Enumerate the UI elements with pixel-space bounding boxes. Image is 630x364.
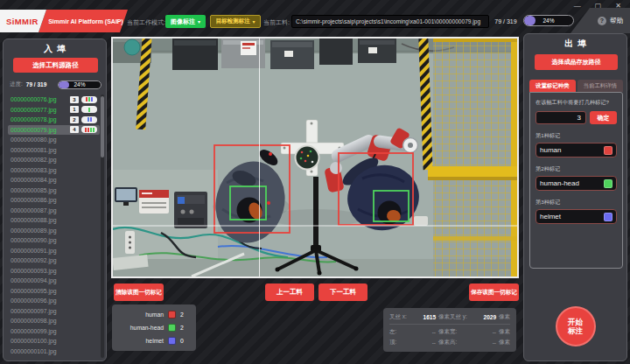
previous-file-button[interactable]: 上一工料 (265, 284, 314, 301)
file-list-item[interactable]: 00000000086.jpg (8, 195, 100, 206)
legend-count: 0 (180, 338, 191, 344)
mark-name-field[interactable]: human-head (536, 176, 617, 191)
mark-color-swatch[interactable] (604, 179, 612, 188)
mark-color-tick (85, 128, 87, 132)
coordinate-row: 叉丝 x:1615像素叉丝 y:2029像素 (389, 312, 510, 322)
coordinate-label: 叉丝 x: (389, 313, 407, 321)
output-panel: 出埠 选择成品存放路径 设置标记种类当前工料详情 在该幅工料中将要打几种标记? … (523, 33, 627, 361)
current-file-path-field[interactable]: C:\simmir-projects\saip\projects\s1\inco… (291, 15, 489, 28)
legend-count: 2 (180, 325, 191, 331)
mode-select-detection-annotation[interactable]: 目标检测标注 ▾ (210, 15, 261, 28)
mark-name-value: human-head (540, 179, 604, 187)
next-file-button[interactable]: 下一工料 (318, 284, 368, 301)
mark-colors-chip (81, 106, 97, 113)
file-list-item[interactable]: 00000000078.jpg2 (8, 115, 100, 125)
file-name: 00000000077.jpg (10, 107, 57, 113)
legend-class-label: helmet (117, 338, 164, 344)
file-name: 00000000091.jpg (10, 248, 57, 254)
legend-color-swatch (168, 337, 176, 345)
file-list-item[interactable]: 00000000093.jpg (8, 266, 100, 276)
file-name: 00000000086.jpg (10, 197, 57, 203)
tab-set-mark-types[interactable]: 设置标记种类 (529, 80, 576, 92)
coordinate-unit: 像素 (499, 328, 510, 336)
coordinate-unit: 像素 (438, 339, 450, 346)
file-list-item[interactable]: 00000000091.jpg (8, 246, 100, 256)
coordinate-cell: 叉丝 y:2029像素 (450, 313, 510, 321)
mark-count-badge: 2 (70, 116, 79, 123)
file-list-item[interactable]: 00000000088.jpg (8, 215, 100, 226)
file-list-item[interactable]: 00000000094.jpg (8, 276, 100, 286)
minimize-icon[interactable]: — (574, 2, 581, 10)
select-output-path-button[interactable]: 选择成品存放路径 (535, 54, 618, 70)
file-list-item[interactable]: 00000000080.jpg (8, 135, 100, 145)
mark-color-swatch[interactable] (604, 146, 612, 155)
mark-count-input[interactable]: 3 (536, 111, 586, 124)
legend-class-label: human (117, 312, 164, 318)
file-list-item[interactable]: 00000000082.jpg (8, 155, 100, 165)
mode-label: 当前工作模式: (127, 18, 165, 27)
select-source-path-button[interactable]: 选择工料源路径 (13, 58, 98, 73)
annotation-canvas[interactable] (111, 37, 519, 278)
file-list-item[interactable]: 00000000090.jpg (8, 235, 100, 246)
legend-row: human2 (117, 311, 191, 318)
logo-text: SiMMIR (6, 17, 38, 26)
legend-color-swatch (168, 324, 176, 332)
tab-current-file-details[interactable]: 当前工料详情 (578, 80, 624, 92)
mark-color-tick (93, 128, 94, 132)
file-list-item[interactable]: 00000000101.jpg (8, 346, 100, 357)
file-list-item[interactable]: 00000000076.jpg3 (8, 94, 100, 105)
file-list-item[interactable]: 00000000092.jpg (8, 256, 100, 266)
help-icon[interactable]: ? (598, 17, 606, 25)
mark-name-field[interactable]: human (536, 143, 617, 158)
mark-color-swatch[interactable] (604, 213, 612, 221)
mark-label: 第3种标记 (536, 199, 617, 206)
file-list-item[interactable]: 00000000079.jpg4 (8, 125, 100, 136)
scrollbar-thumb[interactable] (101, 96, 104, 158)
coordinate-unit: 像素 (438, 328, 450, 336)
app-title-banner: Simmir AI Platform (SAIP) (38, 10, 128, 32)
current-file-label: 当前工料: (263, 18, 290, 27)
file-list-item[interactable]: 00000000087.jpg (8, 206, 100, 216)
file-list-item[interactable]: 00000000099.jpg (8, 326, 100, 337)
coordinate-value: 1615 (424, 314, 438, 320)
file-name: 00000000087.jpg (10, 207, 57, 214)
coordinate-value: -- (493, 329, 499, 335)
clear-all-marks-button[interactable]: 清除该图一切标记 (114, 284, 164, 301)
progress-percent: 24% (59, 81, 101, 88)
confirm-button[interactable]: 确定 (590, 111, 617, 124)
file-list-item[interactable]: 00000000085.jpg (8, 186, 100, 196)
file-list-item[interactable]: 00000000081.jpg (8, 145, 100, 156)
help-button[interactable]: 帮助 (610, 17, 623, 25)
file-name: 00000000085.jpg (10, 187, 57, 193)
file-name: 00000000079.jpg (10, 127, 57, 133)
save-all-marks-button[interactable]: 保存该图一切标记 (469, 284, 519, 301)
workspace-photo (113, 38, 517, 276)
file-list-item[interactable]: 00000000096.jpg (8, 296, 100, 306)
file-name: 00000000088.jpg (10, 217, 57, 223)
coordinate-unit: 像素 (499, 339, 510, 346)
file-list-item[interactable]: 00000000100.jpg (8, 336, 100, 346)
file-list-item[interactable]: 00000000083.jpg (8, 165, 100, 176)
file-name: 00000000097.jpg (10, 308, 57, 314)
mark-color-tick (88, 108, 90, 112)
mark-colors-chip (81, 116, 97, 123)
file-list-item[interactable]: 00000000098.jpg (8, 316, 100, 326)
mode-select-image-annotation[interactable]: 图像标注 ▾ (165, 15, 206, 28)
file-list-scrollbar[interactable] (101, 94, 104, 358)
file-list-item[interactable]: 00000000097.jpg (8, 306, 100, 317)
mark-color-tick (90, 128, 92, 132)
wall-socket (414, 216, 428, 226)
coordinate-label: 叉丝 y: (450, 313, 467, 321)
legend-row: human-head2 (117, 324, 191, 332)
file-list-item[interactable]: 00000000077.jpg1 (8, 105, 100, 116)
start-annotation-button[interactable]: 开始标注 (556, 306, 596, 346)
file-list-item[interactable]: 00000000084.jpg (8, 175, 100, 186)
input-panel: 入埠 选择工料源路径 进度: 79 / 319 24% 00000000076.… (3, 38, 107, 361)
legend-count: 2 (180, 312, 191, 318)
file-list-item[interactable]: 00000000095.jpg (8, 286, 100, 297)
mark-count-badge: 1 (70, 106, 79, 113)
safety-fence (428, 38, 517, 276)
file-list-item[interactable]: 00000000089.jpg (8, 226, 100, 236)
mark-name-field[interactable]: helmet (536, 209, 617, 224)
divider (389, 324, 510, 325)
